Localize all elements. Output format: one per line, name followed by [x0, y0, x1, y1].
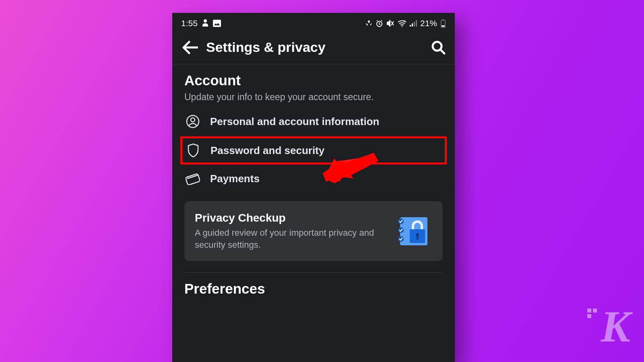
phone-frame: 1:55 6 21% — [172, 13, 455, 362]
account-section-header: Account Update your info to keep your ac… — [172, 64, 455, 103]
svg-rect-21 — [417, 236, 418, 240]
gallery-status-icon — [213, 20, 221, 27]
svg-rect-9 — [442, 19, 444, 20]
svg-point-13 — [191, 118, 195, 122]
menu-item-label: Payments — [210, 173, 260, 185]
status-right: 6 21% — [365, 19, 446, 28]
card-subtitle: A guided review of your important privac… — [195, 227, 388, 251]
menu-item-label: Password and security — [211, 144, 324, 157]
page-title: Settings & privacy — [206, 39, 423, 55]
card-text: Privacy Checkup A guided review of your … — [195, 212, 388, 251]
battery-percent: 21% — [420, 19, 437, 28]
svg-rect-7 — [416, 20, 417, 27]
back-arrow-icon[interactable] — [181, 40, 198, 55]
status-left: 1:55 — [181, 19, 221, 28]
svg-rect-0 — [213, 20, 221, 27]
recycle-status-icon — [365, 20, 372, 27]
account-title: Account — [184, 72, 443, 88]
battery-icon — [440, 19, 446, 28]
clipboard-lock-icon — [396, 212, 432, 250]
watermark-letter: K — [601, 302, 629, 351]
menu-item-personal-info[interactable]: Personal and account information — [180, 108, 447, 135]
account-menu: Personal and account information Passwor… — [172, 103, 455, 191]
mute-icon — [386, 20, 394, 27]
search-icon[interactable] — [431, 40, 446, 55]
svg-point-2 — [401, 26, 402, 27]
account-subtitle: Update your info to keep your account se… — [184, 92, 443, 103]
card-icon — [185, 173, 200, 185]
svg-rect-6 — [414, 22, 415, 27]
privacy-checkup-card[interactable]: Privacy Checkup A guided review of your … — [184, 201, 443, 261]
svg-point-17 — [398, 227, 404, 233]
page-header: Settings & privacy — [172, 32, 455, 64]
svg-point-16 — [398, 218, 404, 224]
wifi-icon: 6 — [398, 20, 407, 27]
shield-icon — [186, 143, 201, 158]
watermark: K — [601, 301, 629, 352]
status-time: 1:55 — [181, 19, 198, 28]
menu-item-payments[interactable]: Payments — [180, 166, 447, 191]
svg-point-18 — [398, 236, 404, 242]
svg-rect-10 — [442, 25, 445, 27]
person-icon — [185, 115, 200, 128]
alarm-icon — [376, 20, 383, 27]
status-bar: 1:55 6 21% — [172, 13, 455, 32]
svg-rect-4 — [410, 25, 411, 27]
profile-status-icon — [202, 19, 209, 27]
menu-item-password-security[interactable]: Password and security — [180, 136, 447, 165]
preferences-title: Preferences — [172, 273, 455, 297]
svg-rect-5 — [412, 23, 413, 27]
menu-item-label: Personal and account information — [210, 115, 379, 128]
signal-icon — [410, 20, 417, 27]
svg-text:6: 6 — [404, 20, 405, 23]
card-title: Privacy Checkup — [195, 212, 388, 224]
